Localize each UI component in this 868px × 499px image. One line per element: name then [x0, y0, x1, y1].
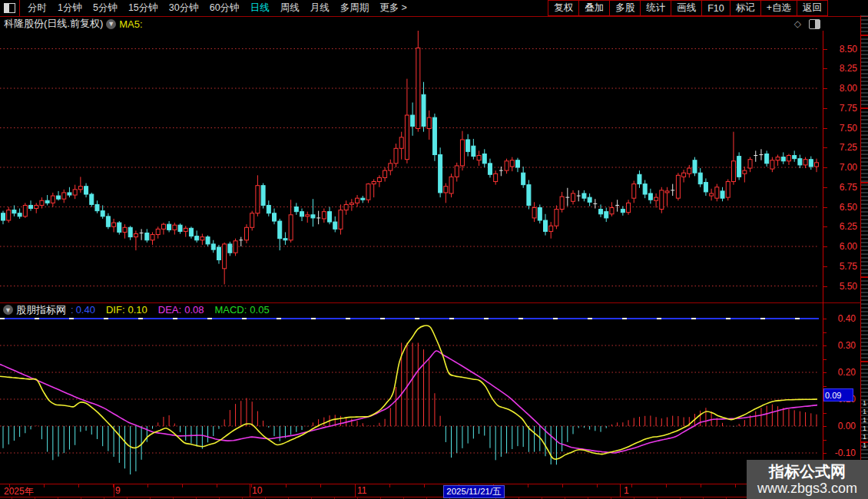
indicator-axis-label: 0.30 — [825, 341, 856, 351]
toolbar-button-2[interactable]: 多股 — [609, 0, 641, 16]
toolbar-button-7[interactable]: +自选 — [760, 0, 797, 16]
date-axis[interactable]: 2025年 2025/11/21/五 910111 — [0, 484, 860, 497]
selected-date-badge: 2025/11/21/五 — [443, 485, 505, 498]
sidebar-separator — [861, 107, 868, 109]
sidebar-separator — [861, 361, 868, 362]
date-tick — [78, 484, 79, 487]
toolbar-right-buttons: 复权叠加多股统计画线F10标记+自选返回 — [548, 0, 828, 16]
current-value-badge: 0.09 — [823, 388, 853, 402]
date-tick — [528, 484, 528, 487]
month-divider — [250, 484, 250, 497]
date-tick — [44, 484, 45, 487]
panel-layout-icon[interactable] — [809, 19, 820, 29]
watermark-box: 指标公式网 www.zbgs3.com — [747, 460, 868, 499]
date-tick — [217, 484, 217, 487]
period-tab-0[interactable]: 分时 — [28, 2, 47, 15]
date-tick — [631, 484, 632, 487]
indicator-axis-label: 0.20 — [825, 368, 856, 378]
price-axis-label: 7.50 — [827, 124, 857, 134]
period-toolbar: 分时1分钟5分钟15分钟30分钟60分钟日线周线月线多周期更多 > 复权叠加多股… — [0, 0, 868, 17]
macd-indicator-chart[interactable] — [0, 317, 823, 483]
window-split-icon — [4, 3, 15, 13]
toolbar-button-5[interactable]: F10 — [701, 0, 731, 16]
toolbar-button-6[interactable]: 标记 — [730, 0, 761, 16]
date-tick — [9, 484, 10, 487]
sidebar-separator — [861, 276, 868, 278]
dea-line — [0, 351, 817, 453]
period-tab-1[interactable]: 1分钟 — [58, 2, 82, 15]
price-axis-label: 8.00 — [827, 84, 857, 94]
date-tick — [562, 484, 563, 487]
price-axis-label: 6.00 — [827, 242, 857, 252]
chart-title-row: 科隆股份(日线.前复权) ▼ MA5: ◇ — [0, 17, 868, 31]
price-axis-label: 7.00 — [827, 163, 857, 173]
price-axis-label: 5.75 — [827, 262, 857, 272]
period-tab-2[interactable]: 5分钟 — [93, 2, 118, 15]
date-tick — [701, 484, 701, 487]
period-tab-6[interactable]: 日线 — [250, 2, 270, 15]
date-tick — [251, 484, 252, 487]
chevron-down-icon[interactable]: ▼ — [106, 19, 116, 29]
price-axis-label: 7.25 — [827, 143, 857, 153]
indicator-name: 股朋指标网 — [16, 303, 66, 317]
price-axis-label: 6.25 — [827, 222, 857, 232]
macd-label: MACD: — [214, 304, 247, 316]
axis-border-line — [823, 31, 823, 484]
window-layout-button[interactable] — [0, 0, 20, 16]
month-label-9: 9 — [115, 485, 121, 496]
period-tabs: 分时1分钟5分钟15分钟30分钟60分钟日线周线月线多周期更多 > — [20, 2, 407, 15]
symbol-title: 科隆股份(日线.前复权) — [4, 17, 103, 31]
price-axis-label: 5.50 — [827, 282, 857, 292]
indicator-axis-label: 0.40 — [825, 314, 856, 324]
toolbar-button-4[interactable]: 画线 — [671, 0, 702, 16]
diamond-icon[interactable]: ◇ — [794, 18, 801, 29]
toolbar-button-8[interactable]: 返回 — [797, 0, 828, 16]
date-tick — [666, 484, 667, 487]
period-tab-4[interactable]: 30分钟 — [169, 2, 199, 15]
indicator-colon: : — [71, 304, 74, 316]
year-label: 2025年 — [4, 485, 34, 498]
date-tick — [355, 484, 356, 487]
watermark-url: www.zbgs3.com — [757, 481, 857, 497]
month-label-10: 10 — [252, 485, 262, 496]
price-axis-label: 8.25 — [827, 64, 857, 74]
price-axis-label: 6.75 — [827, 183, 857, 193]
candlestick-chart[interactable] — [0, 31, 823, 302]
dif-label: DIF: — [106, 304, 125, 316]
month-label-1: 1 — [624, 485, 629, 496]
sidebar-separator — [861, 441, 868, 443]
watermark-title: 指标公式网 — [769, 462, 846, 481]
date-tick — [389, 484, 390, 487]
dif-value: 0.10 — [128, 304, 147, 316]
price-axis-label: 7.75 — [827, 104, 857, 114]
indicator-axis-label: -0.10 — [825, 448, 856, 458]
price-axis-label: 6.50 — [827, 203, 857, 213]
date-tick — [424, 484, 425, 487]
right-sidebar-strip[interactable]: 111111 — [860, 15, 868, 499]
ma5-label: MA5: — [119, 18, 142, 30]
period-tab-7[interactable]: 周线 — [280, 2, 300, 15]
date-tick — [597, 484, 598, 487]
indicator-axis-label: 0.00 — [825, 421, 856, 431]
period-tab-3[interactable]: 15分钟 — [128, 2, 158, 15]
toolbar-button-0[interactable]: 复权 — [548, 0, 579, 16]
macd-value: 0.05 — [250, 304, 269, 316]
sidebar-separator — [861, 182, 868, 183]
toolbar-button-1[interactable]: 叠加 — [578, 0, 610, 16]
indicator-header: ▼ 股朋指标网 : 0.40 DIF: 0.10 DEA: 0.08 MACD:… — [0, 303, 814, 316]
period-tab-8[interactable]: 月线 — [310, 2, 330, 15]
toolbar-button-3[interactable]: 统计 — [640, 0, 671, 16]
month-label-11: 11 — [357, 485, 366, 496]
chevron-down-icon[interactable]: ▼ — [3, 305, 13, 315]
period-tab-5[interactable]: 60分钟 — [210, 2, 240, 15]
macd-bars — [3, 343, 817, 475]
date-tick — [182, 484, 183, 487]
date-tick — [286, 484, 287, 487]
dea-label: DEA: — [158, 304, 181, 316]
date-tick — [320, 484, 321, 487]
price-axis-label: 8.50 — [827, 45, 857, 55]
sidebar-separator — [861, 35, 868, 36]
date-tick — [735, 484, 736, 487]
period-tab-9[interactable]: 多周期 — [340, 2, 369, 15]
period-tab-10[interactable]: 更多 > — [379, 2, 407, 15]
